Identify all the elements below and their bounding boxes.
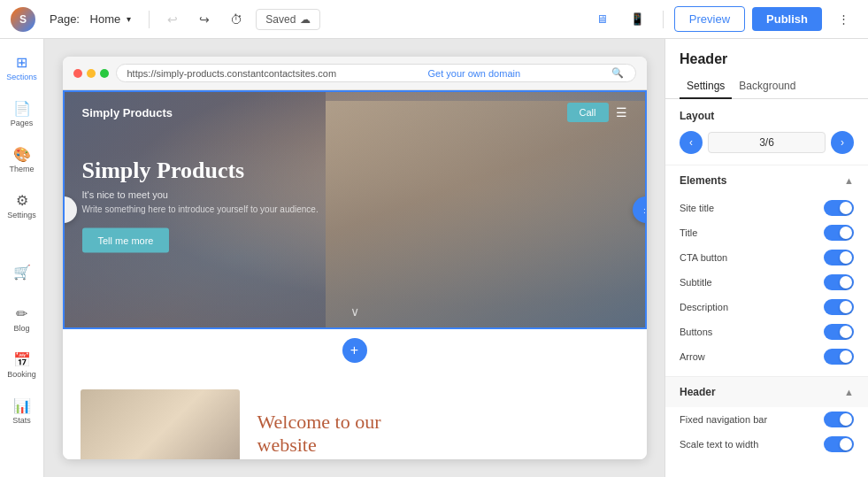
- dot-yellow: [87, 69, 96, 78]
- hero-content: Simply Products It's nice to meet you Wr…: [82, 158, 319, 253]
- sidebar-item-stats[interactable]: 📊 Stats: [4, 389, 41, 432]
- title-label: Title: [680, 227, 697, 238]
- fixed-nav-row: Fixed navigation bar: [665, 407, 868, 432]
- hero-section[interactable]: Simply Products Call ☰ Simply Products I…: [63, 90, 647, 329]
- stats-icon: 📊: [13, 397, 31, 414]
- hero-brand-text: Simply Products: [82, 106, 173, 119]
- scale-text-row: Scale text to width: [665, 432, 868, 457]
- elements-label: Elements: [680, 174, 726, 187]
- scale-text-label: Scale text to width: [680, 439, 758, 450]
- welcome-title: Welcome to our website: [257, 411, 381, 458]
- booking-icon: 📅: [13, 351, 31, 368]
- site-title-label: Site title: [680, 203, 714, 213]
- mobile-device-button[interactable]: 📱: [624, 5, 652, 34]
- url-text: https://simply-products.constantcontacts…: [127, 68, 337, 79]
- browser-dots: [73, 69, 109, 78]
- history-button[interactable]: ⏱: [224, 7, 249, 32]
- sidebar-item-booking[interactable]: 📅 Booking: [4, 343, 41, 386]
- cta-button-toggle[interactable]: [824, 250, 854, 265]
- hero-title: Simply Products: [82, 158, 319, 184]
- dot-red: [73, 69, 82, 78]
- cta-button-label: CTA button: [680, 252, 727, 263]
- buttons-label: Buttons: [680, 327, 712, 337]
- search-icon: 🔍: [611, 67, 624, 79]
- page-label: Page:: [50, 12, 80, 26]
- canvas-area: https://simply-products.constantcontacts…: [44, 39, 664, 477]
- arrow-row: Arrow: [665, 344, 868, 369]
- publish-button[interactable]: Publish: [752, 7, 822, 31]
- preview-button[interactable]: Preview: [674, 6, 745, 32]
- sidebar-item-store[interactable]: 🛒: [4, 251, 41, 294]
- layout-prev-button[interactable]: ‹: [680, 131, 703, 154]
- saved-badge: Saved ☁: [256, 9, 320, 30]
- subtitle-row: Subtitle: [665, 270, 868, 295]
- hero-menu-button[interactable]: ☰: [616, 105, 627, 119]
- undo-icon: ↩: [167, 12, 178, 27]
- history-icon: ⏱: [230, 12, 242, 27]
- undo-button[interactable]: ↩: [160, 7, 185, 32]
- add-section-button[interactable]: +: [342, 338, 367, 363]
- divider2: [663, 11, 664, 28]
- title-row: Title: [665, 220, 868, 245]
- desktop-icon: 🖥: [596, 12, 608, 26]
- redo-icon: ↪: [199, 12, 210, 27]
- page-name: Home: [90, 12, 121, 26]
- fixed-nav-toggle[interactable]: [824, 412, 854, 427]
- browser-url-bar[interactable]: https://simply-products.constantcontacts…: [116, 64, 636, 82]
- tab-settings[interactable]: Settings: [680, 74, 732, 99]
- tab-background[interactable]: Background: [732, 74, 803, 99]
- page-selector[interactable]: Page: Home ▾: [42, 9, 138, 29]
- buttons-toggle[interactable]: [824, 324, 854, 340]
- hero-cta-button[interactable]: Tell me more: [82, 228, 170, 253]
- welcome-image: [81, 389, 240, 459]
- layout-value: 3/6: [708, 132, 826, 153]
- description-row: Description: [665, 295, 868, 319]
- redo-button[interactable]: ↪: [192, 7, 217, 32]
- title-toggle[interactable]: [824, 225, 854, 241]
- sidebar-item-settings[interactable]: ⚙ Settings: [4, 184, 41, 227]
- elements-section-header[interactable]: Elements ▲: [665, 165, 868, 196]
- layout-next-button[interactable]: ›: [831, 131, 854, 154]
- header-section-label: Header: [680, 386, 716, 398]
- sections-icon: ⊞: [16, 54, 27, 71]
- sidebar-item-theme[interactable]: 🎨 Theme: [4, 138, 41, 181]
- theme-icon: 🎨: [13, 146, 31, 163]
- welcome-title-line2: website: [257, 434, 317, 456]
- cta-button-row: CTA button: [665, 245, 868, 270]
- dot-green: [100, 69, 109, 78]
- sidebar-item-blog[interactable]: ✏ Blog: [4, 297, 41, 340]
- site-title-row: Site title: [665, 196, 868, 220]
- site-title-toggle[interactable]: [824, 200, 854, 216]
- desktop-device-button[interactable]: 🖥: [588, 5, 617, 34]
- description-toggle[interactable]: [824, 299, 854, 315]
- sidebar-item-pages[interactable]: 📄 Pages: [4, 92, 41, 135]
- panel-layout-section: Layout ‹ 3/6 ›: [665, 99, 868, 165]
- layout-section-title: Layout: [680, 110, 854, 122]
- description-label: Description: [680, 302, 728, 312]
- get-domain-link[interactable]: Get your own domain: [428, 68, 521, 79]
- pages-icon: 📄: [13, 100, 31, 117]
- subtitle-label: Subtitle: [680, 277, 712, 288]
- sidebar-item-sections[interactable]: ⊞ Sections: [4, 46, 41, 88]
- hero-description: Write something here to introduce yourse…: [82, 204, 319, 214]
- subtitle-toggle[interactable]: [824, 274, 854, 290]
- header-section-header[interactable]: Header ▲: [665, 376, 868, 407]
- hero-arrow: ∨: [350, 304, 359, 319]
- right-panel: Header Settings Background Layout ‹ 3/6 …: [664, 39, 868, 477]
- welcome-title-line1: Welcome to our: [257, 411, 381, 433]
- browser-frame: https://simply-products.constantcontacts…: [63, 57, 647, 459]
- app-logo: S: [11, 7, 35, 32]
- left-sidebar: ⊞ Sections 📄 Pages 🎨 Theme ⚙ Settings 🛒 …: [0, 39, 44, 477]
- fixed-nav-label: Fixed navigation bar: [680, 414, 767, 425]
- hero-nav-actions: Call ☰: [567, 103, 627, 122]
- more-options-button[interactable]: ⋮: [829, 5, 857, 34]
- cloud-icon: ☁: [300, 13, 311, 26]
- blog-icon: ✏: [16, 305, 27, 322]
- saved-label: Saved: [265, 13, 296, 26]
- elements-section: Elements ▲ Site title Title CTA button S…: [665, 165, 868, 369]
- more-icon: ⋮: [838, 12, 849, 26]
- scale-text-toggle[interactable]: [824, 436, 854, 452]
- panel-header-title: Header: [665, 39, 868, 74]
- arrow-toggle[interactable]: [824, 349, 854, 365]
- hero-call-button[interactable]: Call: [567, 103, 609, 122]
